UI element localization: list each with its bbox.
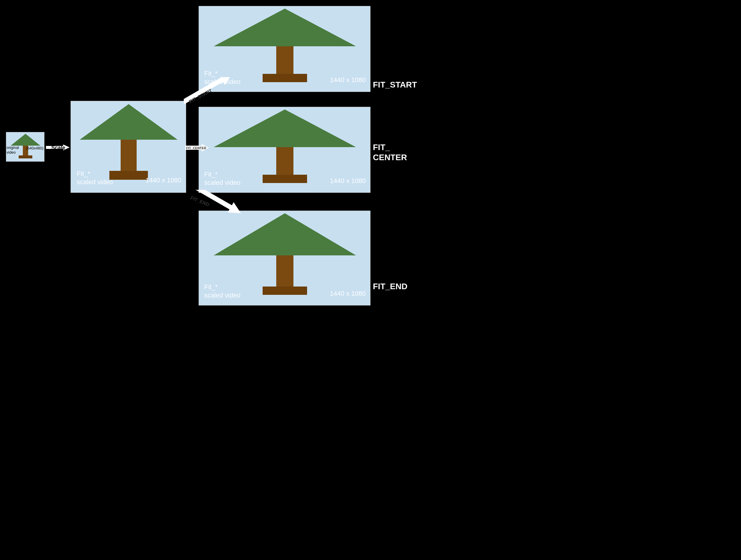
svg-rect-18 bbox=[263, 175, 307, 183]
svg-marker-0 bbox=[11, 134, 40, 146]
svg-rect-14 bbox=[276, 46, 293, 76]
svg-rect-5 bbox=[121, 140, 137, 172]
svg-rect-6 bbox=[109, 171, 148, 180]
svg-rect-20 bbox=[276, 255, 293, 290]
svg-rect-2 bbox=[19, 155, 32, 159]
svg-marker-16 bbox=[214, 110, 356, 147]
fit-start-arrow: FIT_START bbox=[184, 77, 243, 113]
fit-end-arrow: FIT_END bbox=[184, 190, 243, 226]
svg-rect-15 bbox=[263, 74, 307, 82]
diagram-container: original video (640x480) Scale Fit_*scal… bbox=[0, 0, 741, 560]
svg-text:FIT_END: FIT_END bbox=[190, 195, 210, 207]
fit-center-frame: Fit_*scaled video 1440 x 1080 bbox=[199, 107, 370, 193]
scale-label: Scale bbox=[51, 145, 65, 151]
svg-rect-21 bbox=[263, 287, 307, 295]
fit-start-label: FIT_START bbox=[373, 80, 417, 89]
svg-text:FIT_CENTER: FIT_CENTER bbox=[186, 146, 206, 150]
fit-center-label: FIT_CENTER bbox=[373, 142, 407, 162]
original-video-label: original video bbox=[6, 145, 19, 154]
svg-marker-4 bbox=[80, 104, 178, 140]
fit-end-label: FIT_END bbox=[373, 282, 408, 291]
svg-marker-11 bbox=[189, 190, 243, 218]
svg-rect-17 bbox=[276, 147, 293, 177]
fit-center-arrow: FIT_CENTER bbox=[185, 143, 209, 152]
svg-marker-13 bbox=[214, 9, 356, 46]
scaled-video-frame: Fit_*scaled video 1440 x 1080 bbox=[71, 101, 186, 193]
original-video-size: (640x480) bbox=[26, 146, 44, 150]
